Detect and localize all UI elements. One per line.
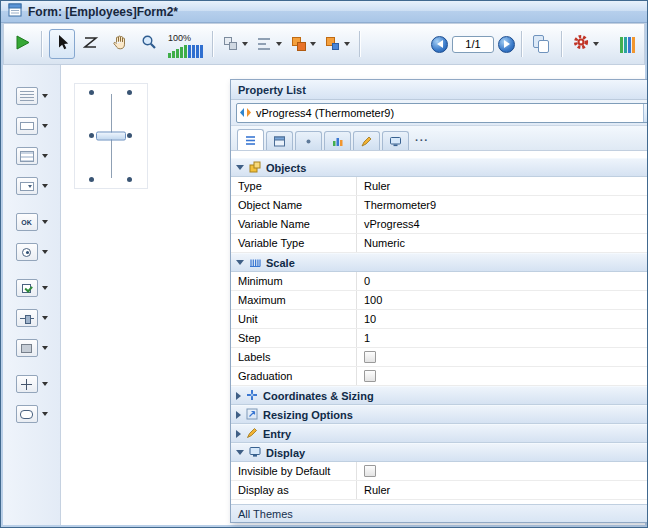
section-entry[interactable]: Entry (231, 424, 648, 443)
next-page-button[interactable] (498, 36, 515, 53)
collapse-triangle-icon[interactable] (236, 165, 244, 170)
checkbox-tool-icon (16, 279, 38, 297)
section-scale[interactable]: Scale (231, 253, 648, 272)
chevron-down-icon[interactable] (42, 94, 48, 98)
section-display[interactable]: Display (231, 443, 648, 462)
selection-handle[interactable] (127, 177, 132, 182)
select-tool-button[interactable] (49, 29, 75, 59)
collapsed-triangle-icon[interactable] (236, 411, 241, 419)
tool-radio[interactable] (3, 239, 60, 265)
property-value[interactable]: Thermometer9 (357, 199, 648, 211)
tool-rectangle[interactable] (3, 335, 60, 361)
tool-line[interactable] (3, 371, 60, 397)
form-page[interactable] (74, 83, 148, 189)
property-value[interactable]: Numeric (357, 237, 648, 249)
hand-tool-button[interactable] (107, 29, 133, 59)
bar-icon (620, 37, 623, 53)
property-label: Display as (231, 481, 357, 499)
chevron-down-icon[interactable] (42, 316, 48, 320)
property-value[interactable]: 10 (357, 313, 648, 325)
themes-footer-label: All Themes (238, 508, 293, 520)
collapse-triangle-icon[interactable] (236, 260, 244, 265)
group-menu-button[interactable] (322, 29, 353, 59)
tab-settings[interactable] (295, 131, 322, 150)
graduation-checkbox[interactable] (364, 370, 376, 382)
tool-checkbox[interactable] (3, 275, 60, 301)
themes-footer[interactable]: All Themes (231, 504, 648, 522)
property-value[interactable]: 0 (357, 275, 648, 287)
distribute-menu-button[interactable] (254, 29, 285, 59)
level-menu-button[interactable] (288, 29, 319, 59)
zoom-tool-button[interactable] (136, 29, 162, 59)
property-value[interactable]: Ruler (357, 484, 648, 496)
collapse-triangle-icon[interactable] (236, 450, 244, 455)
dropdown-arrow-icon (242, 42, 248, 46)
tool-combobox[interactable] (3, 173, 60, 199)
property-row: Unit10 (231, 310, 648, 329)
labels-checkbox[interactable] (364, 351, 376, 363)
object-toolbar: OK (3, 65, 61, 525)
tab-object[interactable] (266, 131, 293, 150)
dropdown-arrow-icon (344, 42, 350, 46)
section-label: Scale (266, 257, 295, 269)
tool-button[interactable]: OK (3, 209, 60, 235)
chevron-down-icon[interactable] (42, 154, 48, 158)
run-form-button[interactable] (9, 29, 35, 59)
property-value[interactable]: 1 (357, 332, 648, 344)
tabs-overflow-button[interactable]: ··· (411, 134, 433, 146)
combobox-arrow-button[interactable] (643, 104, 648, 122)
selection-handle[interactable] (89, 177, 94, 182)
draw-tool-button[interactable] (78, 29, 104, 59)
property-label: Step (231, 329, 357, 347)
chevron-down-icon[interactable] (42, 184, 48, 188)
selection-handle[interactable] (89, 133, 94, 138)
tool-text[interactable] (3, 83, 60, 109)
chevron-down-icon[interactable] (42, 286, 48, 290)
tool-indicator[interactable] (3, 305, 60, 331)
tab-events[interactable] (353, 131, 380, 150)
tool-input[interactable] (3, 113, 60, 139)
collapsed-triangle-icon[interactable] (236, 430, 241, 438)
form-canvas[interactable]: Property List vProgress4 (Thermometer9) (62, 65, 645, 525)
chevron-down-icon[interactable] (42, 412, 48, 416)
dropdown-arrow-icon (276, 42, 282, 46)
selection-handle[interactable] (127, 90, 132, 95)
selection-handle[interactable] (89, 90, 94, 95)
collapsed-triangle-icon[interactable] (236, 392, 241, 400)
chevron-down-icon[interactable] (42, 346, 48, 350)
rectangle-tool-icon (16, 339, 38, 357)
property-list-header[interactable]: Property List (231, 80, 648, 100)
entry-section-icon (246, 427, 258, 441)
right-arrow-icon (504, 40, 510, 48)
object-selector-combobox[interactable]: vProgress4 (Thermometer9) (236, 103, 648, 123)
previous-page-button[interactable] (431, 36, 448, 53)
property-value[interactable]: Ruler (357, 180, 648, 192)
chevron-down-icon[interactable] (42, 124, 48, 128)
chevron-down-icon[interactable] (42, 220, 48, 224)
selection-handle[interactable] (127, 133, 132, 138)
zoom-level-widget[interactable]: 100% (165, 29, 206, 59)
tool-groupbox[interactable] (3, 401, 60, 427)
tab-all-properties[interactable] (237, 129, 264, 150)
chevron-down-icon[interactable] (42, 250, 48, 254)
tab-display[interactable] (382, 131, 409, 150)
settings-menu-button[interactable] (569, 29, 602, 59)
tab-data[interactable] (324, 131, 351, 150)
property-value[interactable]: 100 (357, 294, 648, 306)
align-menu-button[interactable] (220, 29, 251, 59)
tool-listbox[interactable] (3, 143, 60, 169)
section-resizing-options[interactable]: Resizing Options (231, 405, 648, 424)
property-row: Graduation (231, 367, 648, 386)
chevron-down-icon[interactable] (42, 382, 48, 386)
toolbar-separator (561, 31, 563, 57)
section-coordinates-sizing[interactable]: Coordinates & Sizing (231, 386, 648, 405)
library-button[interactable] (620, 36, 635, 53)
page-number-field[interactable]: 1/1 (452, 36, 494, 53)
property-value[interactable]: vProgress4 (357, 218, 648, 230)
display-pages-button[interactable] (529, 29, 555, 59)
property-row: Labels (231, 348, 648, 367)
invisible-by-default-checkbox[interactable] (364, 465, 376, 477)
ruler-widget-thumb[interactable] (96, 132, 126, 141)
titlebar[interactable]: Form: [Employees]Form2* (1, 1, 647, 23)
section-objects[interactable]: Objects (231, 158, 648, 177)
